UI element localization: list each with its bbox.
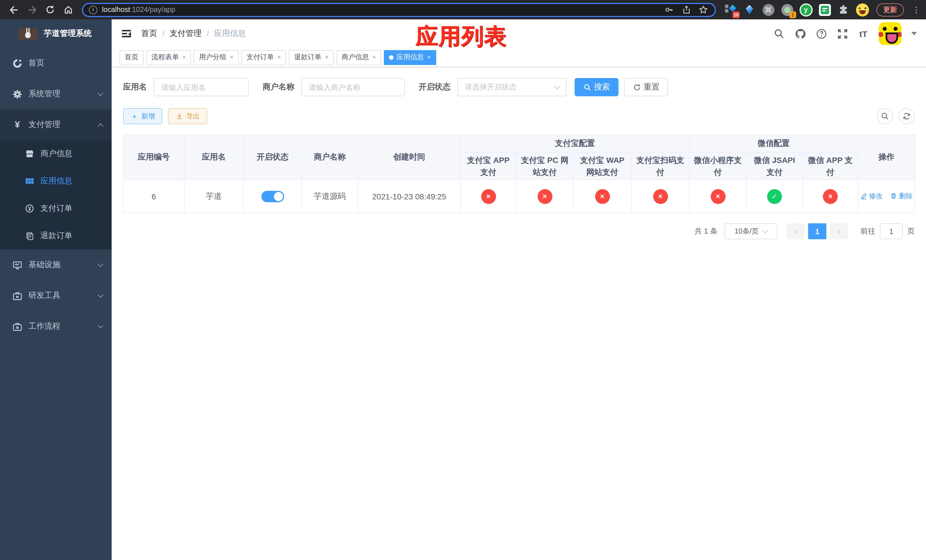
- app-logo[interactable]: 芋道管理系统: [0, 20, 112, 48]
- cell-app-name: 芋道: [184, 180, 244, 213]
- edit-pen-icon: [860, 193, 867, 200]
- breadcrumb-home[interactable]: 首页: [141, 29, 157, 39]
- user-avatar[interactable]: [879, 22, 902, 45]
- sidebar-item-payment[interactable]: ¥ 支付管理: [0, 109, 112, 140]
- forward-icon[interactable]: [25, 3, 39, 17]
- chevron-up-icon: [98, 123, 103, 129]
- font-size-icon[interactable]: tT: [858, 28, 869, 39]
- breadcrumb-section[interactable]: 支付管理: [170, 29, 201, 39]
- status-fail-icon: ×: [710, 189, 725, 204]
- bookmark-star-icon[interactable]: [698, 4, 709, 15]
- browser-profile-avatar[interactable]: [855, 3, 869, 17]
- export-button[interactable]: 导出: [168, 108, 207, 124]
- close-icon[interactable]: ×: [427, 54, 431, 61]
- tag-app-info[interactable]: 应用信息×: [384, 50, 436, 65]
- address-bar[interactable]: i localhost:1024/pay/app: [82, 3, 716, 17]
- top-navbar: 首页 / 支付管理 / 应用信息 应用列表: [112, 20, 926, 48]
- close-icon[interactable]: ×: [230, 54, 233, 61]
- sidebar-item-app-info[interactable]: 应用信息: [0, 168, 112, 195]
- table-tools: [877, 108, 915, 124]
- col-alipay-qr: 支付宝扫码支 付: [631, 152, 689, 180]
- help-icon[interactable]: [816, 28, 827, 39]
- breadcrumb: 首页 / 支付管理 / 应用信息: [141, 29, 246, 39]
- site-info-icon[interactable]: i: [89, 5, 97, 14]
- goto-page-input[interactable]: [880, 223, 903, 239]
- url-text[interactable]: localhost:1024/pay/app: [102, 6, 658, 14]
- show-search-icon-button[interactable]: [877, 108, 893, 124]
- extension-yudao-icon[interactable]: y: [799, 3, 813, 17]
- col-merchant: 商户名称: [301, 135, 358, 180]
- delete-link[interactable]: 删除: [890, 191, 912, 201]
- add-button[interactable]: + 新增: [123, 108, 162, 124]
- chevron-down-icon: [98, 90, 103, 96]
- edit-link[interactable]: 修改: [860, 191, 882, 201]
- app-title: 芋道管理系统: [44, 29, 92, 39]
- extension-badge: 10: [732, 11, 740, 18]
- payment-submenu: 商户信息 应用信息 支付订单 退款订单: [0, 140, 112, 250]
- sidebar-item-workflow[interactable]: 工作流程: [0, 311, 112, 342]
- tag-home[interactable]: 首页: [120, 50, 144, 65]
- sidebar-item-label: 研发工具: [29, 291, 98, 301]
- pagination-total: 共 1 条: [694, 226, 717, 236]
- tag-user-group[interactable]: 用户分组×: [194, 50, 239, 65]
- sidebar-collapse-icon[interactable]: [121, 28, 132, 39]
- sidebar-item-home[interactable]: 首页: [0, 48, 112, 79]
- merchant-name-input[interactable]: [301, 78, 405, 96]
- sidebar-item-dev-tools[interactable]: 研发工具: [0, 280, 112, 311]
- goto-page: 前往 页: [861, 223, 915, 239]
- breadcrumb-current: 应用信息: [214, 29, 246, 39]
- chevron-down-icon: [762, 228, 768, 233]
- status-fail-icon: ×: [537, 189, 552, 204]
- extension-chat-icon[interactable]: [818, 3, 831, 17]
- chevron-down-icon: [554, 83, 560, 89]
- page-size-select[interactable]: 10条/页: [725, 223, 777, 239]
- tag-merchant-info[interactable]: 商户信息×: [337, 50, 381, 65]
- close-icon[interactable]: ×: [182, 54, 186, 61]
- fullscreen-icon[interactable]: [837, 28, 848, 39]
- reset-button[interactable]: 重置: [624, 78, 668, 96]
- cell-app-id: 6: [123, 180, 184, 213]
- prev-page-button[interactable]: ‹: [787, 223, 805, 239]
- close-icon[interactable]: ×: [372, 54, 376, 61]
- extension-blocks-icon[interactable]: 10: [724, 3, 737, 17]
- sidebar-item-pay-order[interactable]: 支付订单: [0, 195, 112, 222]
- github-icon[interactable]: [794, 28, 806, 39]
- extension-recorder-icon[interactable]: 1: [780, 3, 794, 17]
- status-fail-icon: ×: [823, 189, 838, 204]
- refresh-icon: [633, 83, 641, 91]
- tag-refund-order[interactable]: 退款订单×: [289, 50, 334, 65]
- search-button[interactable]: 搜索: [575, 78, 619, 96]
- browser-update-button[interactable]: 更新: [876, 3, 904, 16]
- extensions-puzzle-icon[interactable]: [837, 3, 850, 17]
- status-select[interactable]: 请选择开启状态: [457, 78, 567, 96]
- extension-kite-icon[interactable]: [743, 3, 756, 17]
- back-icon[interactable]: [7, 3, 21, 17]
- yen-circle-icon: [25, 204, 34, 213]
- plus-icon: +: [130, 112, 138, 120]
- close-icon[interactable]: ×: [277, 54, 281, 61]
- refresh-table-icon-button[interactable]: [899, 108, 915, 124]
- app-name-input[interactable]: [154, 78, 249, 96]
- extension-command-icon[interactable]: ⌘: [761, 3, 775, 17]
- sidebar-item-refund-order[interactable]: 退款订单: [0, 222, 112, 250]
- next-page-button[interactable]: ›: [830, 223, 848, 239]
- password-key-icon[interactable]: [663, 4, 675, 15]
- sidebar-item-infrastructure[interactable]: 基础设施: [0, 250, 112, 280]
- sidebar: 芋道管理系统 首页 系统管理 ¥ 支付管理 商户信息: [0, 20, 112, 560]
- user-menu-caret-icon[interactable]: [911, 32, 917, 35]
- storefront-icon: [25, 149, 34, 158]
- enabled-toggle[interactable]: [261, 191, 284, 202]
- search-icon[interactable]: [773, 28, 785, 39]
- search-icon: [583, 83, 591, 91]
- tag-pay-order[interactable]: 支付订单×: [242, 50, 286, 65]
- sidebar-item-system[interactable]: 系统管理: [0, 79, 112, 109]
- cell-enabled: [244, 180, 301, 213]
- home-icon[interactable]: [62, 3, 75, 17]
- browser-menu-icon[interactable]: ⋮: [912, 5, 920, 14]
- close-icon[interactable]: ×: [325, 54, 328, 61]
- page-number-1[interactable]: 1: [808, 223, 826, 239]
- share-icon[interactable]: [681, 4, 692, 15]
- reload-icon[interactable]: [43, 3, 57, 17]
- tag-process-form[interactable]: 流程表单×: [146, 50, 191, 65]
- sidebar-item-merchant-info[interactable]: 商户信息: [0, 140, 112, 168]
